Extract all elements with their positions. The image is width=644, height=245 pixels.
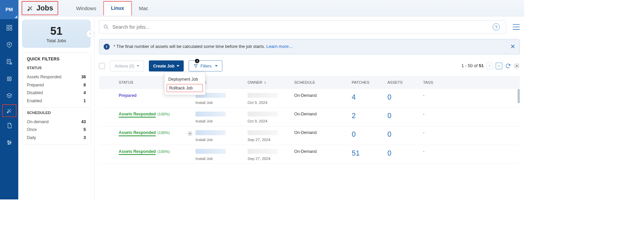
- filter-once[interactable]: Once 5: [27, 126, 86, 134]
- rail-assets-icon[interactable]: [0, 87, 19, 104]
- cell-schedule: On-Demand: [291, 130, 349, 142]
- cell-owner: Oct 9, 2024: [244, 93, 291, 105]
- redacted-owner: [248, 93, 278, 98]
- redacted-owner: [248, 149, 278, 154]
- actions-button: Actions (0): [110, 60, 144, 72]
- create-job-button[interactable]: Create Job: [149, 60, 184, 72]
- filter-assets-responded[interactable]: Assets Responded 38: [27, 73, 86, 81]
- main: Jobs Windows Linux Mac 51 Total Jobs QUI…: [19, 0, 524, 199]
- filter-disabled[interactable]: Disabled 4: [27, 89, 86, 97]
- info-text: * The final number of assets will be cal…: [114, 44, 293, 49]
- rail-settings-icon[interactable]: [0, 134, 19, 151]
- svg-point-10: [8, 143, 9, 144]
- search-box[interactable]: ?: [99, 20, 506, 33]
- row-settings-icon[interactable]: [187, 131, 193, 136]
- svg-point-4: [9, 44, 10, 45]
- cell-name: Install Job: [192, 111, 245, 123]
- table-row[interactable]: Assets Responded(100%) Install Job Sep 2…: [99, 145, 520, 164]
- col-patches[interactable]: PATCHES: [349, 80, 384, 85]
- cell-assets[interactable]: 0: [384, 130, 420, 142]
- tab-linux[interactable]: Linux: [103, 1, 132, 16]
- svg-point-9: [10, 142, 11, 143]
- filter-daily[interactable]: Daily 3: [27, 134, 86, 142]
- svg-rect-1: [10, 25, 12, 27]
- tab-windows[interactable]: Windows: [69, 1, 103, 15]
- search-bar: ?: [99, 20, 520, 33]
- col-assets[interactable]: ASSETS: [384, 80, 420, 85]
- dropdown-deployment-job[interactable]: Deployment Job: [164, 75, 205, 84]
- search-input[interactable]: [112, 24, 489, 30]
- sidebar: 51 Total Jobs QUICK FILTERS STATUS Asset…: [19, 17, 95, 199]
- menu-button[interactable]: [513, 24, 520, 30]
- os-tabs: Windows Linux Mac: [69, 1, 155, 15]
- dropdown-rollback-job[interactable]: Rollback Job: [167, 84, 203, 92]
- rail-shield-icon[interactable]: [0, 36, 19, 53]
- cell-patches[interactable]: 0: [349, 130, 384, 142]
- rail-dashboard-icon[interactable]: [0, 19, 19, 36]
- cell-owner: Sep 27, 2024: [244, 149, 291, 161]
- jobs-icon: [27, 4, 34, 11]
- cell-assets[interactable]: 0: [384, 149, 420, 161]
- scheduled-section-label: SCHEDULED: [27, 110, 86, 115]
- redacted-name: [195, 111, 226, 116]
- pager-prev-button[interactable]: ‹: [486, 63, 493, 70]
- select-all-checkbox[interactable]: [99, 63, 105, 69]
- table-row[interactable]: Prepared Install Job Oct 9, 2024 On-Dema…: [99, 89, 520, 108]
- info-banner: i * The final number of assets will be c…: [99, 39, 520, 55]
- cell-tags: -: [420, 93, 520, 105]
- cell-assets[interactable]: 0: [384, 93, 420, 105]
- sort-desc-icon: [263, 81, 267, 84]
- col-schedule[interactable]: SCHEDULE: [291, 80, 349, 85]
- chevron-down-icon: [136, 65, 139, 67]
- cell-patches[interactable]: 4: [349, 93, 384, 105]
- scrollbar-thumb[interactable]: [518, 89, 520, 103]
- table-header: STATUS NAME OWNER SCHEDULE PATCHES ASSET…: [99, 76, 520, 89]
- page-title-text: Jobs: [36, 4, 53, 12]
- cell-patches[interactable]: 2: [349, 111, 384, 123]
- refresh-icon[interactable]: [505, 63, 511, 69]
- app-switcher[interactable]: PM: [0, 0, 19, 19]
- total-jobs-card[interactable]: 51 Total Jobs: [22, 20, 91, 48]
- status-section-label: STATUS: [27, 66, 86, 70]
- jobs-table: STATUS NAME OWNER SCHEDULE PATCHES ASSET…: [99, 76, 520, 199]
- col-tags[interactable]: TAGS: [420, 80, 520, 85]
- table-row[interactable]: Assets Responded(100%) Install Job Oct 9…: [99, 108, 520, 126]
- help-button[interactable]: ?: [493, 23, 500, 30]
- table-row[interactable]: Assets Responded(100%) Install Job Sep 2…: [99, 126, 520, 145]
- filter-enabled[interactable]: Enabled 1: [27, 97, 86, 105]
- total-jobs-label: Total Jobs: [25, 38, 88, 44]
- cell-assets[interactable]: 0: [384, 111, 420, 123]
- filter-icon: [193, 63, 198, 69]
- rail-document-icon[interactable]: [0, 117, 19, 134]
- info-link[interactable]: Learn more…: [266, 44, 293, 49]
- tab-mac[interactable]: Mac: [132, 1, 155, 15]
- table-settings-icon[interactable]: [514, 63, 520, 69]
- filter-prepared[interactable]: Prepared 8: [27, 81, 86, 89]
- toolbar: Actions (0) Create Job 4 Filters Deploym…: [99, 60, 520, 72]
- rail-jobs-icon[interactable]: [2, 104, 16, 117]
- col-owner[interactable]: OWNER: [244, 80, 291, 85]
- filter-on-demand[interactable]: On-demand 43: [27, 117, 86, 126]
- cell-status: Assets Responded(100%): [116, 130, 192, 142]
- info-icon: i: [104, 44, 110, 50]
- rail-report-icon[interactable]: [0, 53, 19, 70]
- svg-rect-3: [10, 28, 12, 30]
- cell-schedule: On-Demand: [291, 149, 349, 161]
- cell-name: Install Job: [192, 149, 245, 161]
- cell-patches[interactable]: 51: [349, 149, 384, 161]
- cell-owner: Oct 9, 2024: [244, 111, 291, 123]
- filters-badge: 4: [195, 59, 199, 63]
- filters-button[interactable]: 4 Filters: [189, 60, 222, 72]
- chevron-down-icon: [176, 65, 179, 67]
- pager-next-button[interactable]: ›: [496, 63, 503, 70]
- table-body[interactable]: Prepared Install Job Oct 9, 2024 On-Dema…: [99, 89, 520, 199]
- cell-tags: -: [420, 111, 520, 123]
- create-job-dropdown: Deployment Job Rollback Job: [164, 72, 205, 95]
- cell-status: Assets Responded(100%): [116, 111, 192, 123]
- sidebar-collapse-button[interactable]: [86, 30, 94, 37]
- svg-rect-0: [7, 25, 9, 27]
- cell-schedule: On-Demand: [291, 93, 349, 105]
- info-close-button[interactable]: ✕: [510, 43, 515, 50]
- cell-name: Install Job: [192, 130, 245, 142]
- rail-patch-icon[interactable]: [0, 70, 19, 87]
